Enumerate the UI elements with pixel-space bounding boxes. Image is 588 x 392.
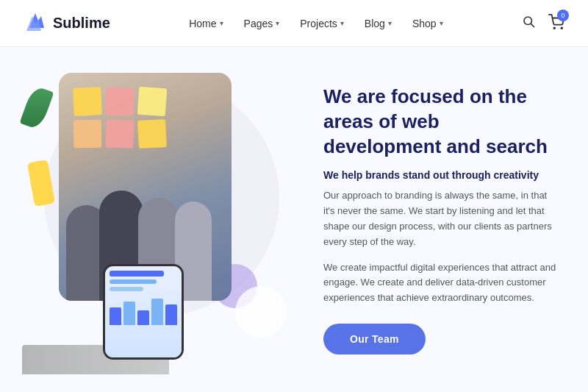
leaf-decoration: [19, 85, 54, 130]
chevron-down-icon: ▾: [220, 19, 223, 27]
svg-line-1: [531, 24, 534, 26]
nav-links: Home ▾ Pages ▾ Projects ▾ Blog ▾ Shop: [189, 18, 442, 29]
nav-item-shop[interactable]: Shop ▾: [412, 18, 443, 29]
hero-section: We are focused on the areas of web devel…: [0, 47, 588, 392]
svg-point-3: [561, 27, 562, 29]
logo-text: Sublime: [53, 15, 110, 32]
chart-bar: [165, 304, 177, 325]
chart-bar: [123, 302, 135, 325]
navbar: Sublime Home ▾ Pages ▾ Projects ▾ Blog ▾: [0, 0, 588, 47]
chart-bar: [151, 299, 163, 325]
phone-screen-bar: [110, 271, 164, 277]
chevron-down-icon: ▾: [340, 19, 344, 27]
phone-chart: [110, 296, 177, 325]
nav-link-home[interactable]: Home ▾: [189, 18, 223, 29]
sticky-note: [137, 119, 167, 149]
nav-link-shop[interactable]: Shop ▾: [412, 18, 443, 29]
logo-icon: [24, 10, 47, 37]
hero-description-2: We create impactful digital experiences …: [323, 260, 559, 306]
phone-screen: [105, 266, 182, 357]
phone-screen-bar: [110, 287, 143, 291]
hero-description-1: Our approach to branding is always the s…: [323, 188, 559, 249]
logo-area: Sublime: [24, 10, 110, 37]
hero-text: We are focused on the areas of web devel…: [301, 85, 559, 354]
chart-bar: [137, 310, 149, 325]
phone-mockup: [103, 264, 184, 360]
nav-item-home[interactable]: Home ▾: [189, 18, 223, 29]
sticky-note: [74, 119, 102, 148]
search-button[interactable]: [522, 15, 535, 32]
nav-actions: 0: [522, 14, 564, 32]
nav-link-projects[interactable]: Projects ▾: [300, 18, 344, 29]
nav-link-blog[interactable]: Blog ▾: [365, 18, 392, 29]
nav-item-projects[interactable]: Projects ▾: [300, 18, 344, 29]
sticky-note: [137, 86, 168, 116]
chart-bar: [110, 307, 121, 325]
cart-badge: 0: [557, 10, 569, 21]
sticky-note: [105, 87, 134, 115]
cart-button[interactable]: 0: [548, 14, 564, 32]
chevron-down-icon: ▾: [276, 19, 279, 27]
phone-screen-bar: [110, 279, 157, 284]
hero-subtitle: We help brands stand out through creativ…: [323, 169, 559, 181]
our-team-button[interactable]: Our Team: [323, 324, 426, 354]
nav-item-blog[interactable]: Blog ▾: [365, 18, 392, 29]
sticky-notes: [74, 88, 176, 148]
nav-item-pages[interactable]: Pages ▾: [244, 18, 280, 29]
sticky-note: [73, 87, 102, 116]
hero-image-area: [22, 65, 301, 374]
sticky-note: [105, 119, 134, 148]
chevron-down-icon: ▾: [440, 19, 443, 27]
hero-title: We are focused on the areas of web devel…: [323, 85, 559, 159]
nav-link-pages[interactable]: Pages ▾: [244, 18, 280, 29]
chevron-down-icon: ▾: [388, 19, 392, 27]
svg-point-2: [553, 27, 555, 29]
white-decoration: [235, 286, 287, 338]
